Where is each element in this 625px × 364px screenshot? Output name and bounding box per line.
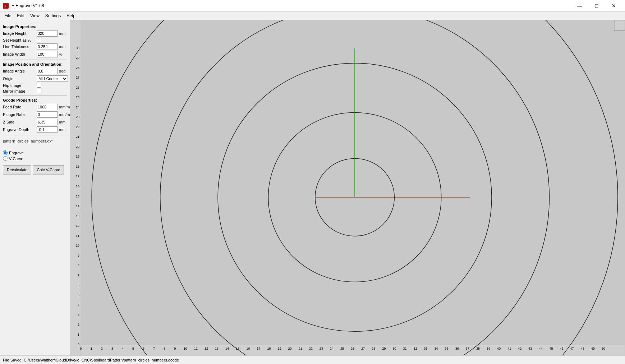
close-button[interactable]: ✕	[606, 0, 622, 11]
mirror-image-row: Mirror Image	[3, 89, 67, 93]
menu-file[interactable]: File	[1, 13, 14, 19]
image-width-row: Image Width %	[3, 51, 67, 57]
svg-text:24: 24	[76, 106, 79, 109]
status-bar: File Saved: C:/Users/Walther/iCloudDrive…	[0, 355, 625, 364]
svg-text:14: 14	[76, 204, 79, 208]
svg-text:0: 0	[78, 343, 79, 346]
svg-text:3: 3	[111, 347, 113, 350]
set-height-checkbox[interactable]	[37, 38, 41, 42]
feed-rate-row: Feed Rate mm/min	[3, 104, 67, 110]
image-height-input[interactable]	[37, 30, 58, 37]
svg-text:36: 36	[455, 347, 459, 350]
svg-text:37: 37	[466, 347, 469, 350]
svg-text:28: 28	[76, 66, 79, 70]
svg-text:13: 13	[76, 214, 79, 218]
image-width-label: Image Width	[3, 52, 35, 56]
svg-text:49: 49	[591, 347, 595, 350]
svg-rect-86	[614, 20, 625, 31]
line-thickness-unit: mm	[59, 45, 65, 49]
engrave-radio[interactable]	[3, 150, 8, 155]
engrave-depth-unit: mm	[59, 127, 65, 132]
image-angle-input[interactable]	[37, 68, 58, 74]
svg-text:1: 1	[78, 333, 79, 336]
mirror-image-checkbox[interactable]	[37, 89, 41, 93]
maximize-button[interactable]: □	[588, 0, 605, 11]
svg-text:46: 46	[560, 347, 564, 350]
svg-text:0: 0	[80, 347, 82, 350]
image-height-label: Image Height	[3, 31, 35, 36]
vcarve-radio-row: V-Carve	[3, 156, 67, 161]
image-width-input[interactable]	[37, 51, 58, 57]
svg-text:45: 45	[549, 347, 553, 350]
engrave-depth-input[interactable]	[37, 126, 58, 133]
svg-text:13: 13	[215, 347, 219, 350]
window-controls: — □ ✕	[571, 0, 622, 11]
plunge-rate-label: Plunge Rate	[3, 112, 35, 117]
svg-text:19: 19	[76, 155, 79, 159]
recalculate-button[interactable]: Recalculate	[3, 165, 31, 174]
z-safe-unit: mm	[59, 120, 65, 124]
menu-bar: File Edit View Settings Help	[0, 11, 625, 20]
svg-text:31: 31	[403, 347, 406, 350]
svg-text:8: 8	[164, 347, 165, 350]
gcode-properties-label: Gcode Properties:	[3, 98, 67, 102]
svg-text:11: 11	[76, 234, 79, 238]
vcarve-radio-label: V-Carve	[9, 157, 23, 161]
svg-text:2: 2	[101, 347, 103, 350]
svg-text:6: 6	[78, 283, 79, 287]
svg-text:22: 22	[76, 125, 79, 129]
svg-text:10: 10	[184, 347, 187, 350]
svg-text:40: 40	[497, 347, 501, 350]
flip-image-checkbox[interactable]	[37, 83, 41, 88]
canvas-svg: 0 1 2 3 4 5 6 7 8 9 10 11 12 13 14 15 16…	[70, 20, 625, 355]
svg-text:27: 27	[76, 76, 79, 79]
title-bar: F F-Engrave V1.68 — □ ✕	[0, 0, 625, 11]
svg-text:32: 32	[413, 347, 417, 350]
svg-text:5: 5	[132, 347, 134, 350]
svg-text:23: 23	[320, 347, 323, 350]
line-thickness-label: Line Thickness	[3, 45, 35, 49]
svg-text:7: 7	[153, 347, 155, 350]
set-height-label: Set Height as %	[3, 38, 35, 42]
image-height-unit: mm	[59, 31, 65, 36]
calc-vcarve-button[interactable]: Calc V-Carve	[33, 165, 64, 174]
z-safe-input[interactable]	[37, 119, 58, 125]
svg-text:15: 15	[76, 195, 79, 198]
line-thickness-row: Line Thickness mm	[3, 43, 67, 50]
file-label: pattern_circles_numbers.dxf	[3, 139, 67, 143]
svg-text:29: 29	[76, 56, 79, 60]
vcarve-radio[interactable]	[3, 156, 8, 161]
svg-text:14: 14	[225, 347, 229, 350]
menu-help[interactable]: Help	[64, 13, 78, 19]
svg-text:16: 16	[246, 347, 250, 350]
svg-text:18: 18	[267, 347, 271, 350]
svg-text:27: 27	[361, 347, 365, 350]
svg-text:23: 23	[76, 115, 79, 119]
menu-edit[interactable]: Edit	[14, 13, 27, 19]
origin-select[interactable]: Mid-Center Top-Left Top-Right Bottom-Lef…	[37, 75, 68, 82]
menu-view[interactable]: View	[27, 13, 42, 19]
svg-text:2: 2	[78, 323, 79, 326]
minimize-button[interactable]: —	[571, 0, 588, 11]
svg-text:26: 26	[76, 86, 79, 89]
menu-settings[interactable]: Settings	[42, 13, 64, 19]
feed-rate-input[interactable]	[37, 104, 58, 110]
engrave-depth-row: Engrave Depth mm	[3, 126, 67, 133]
line-thickness-input[interactable]	[37, 43, 58, 50]
plunge-rate-input[interactable]	[37, 111, 58, 118]
plunge-rate-unit: mm/min	[59, 112, 70, 117]
svg-text:3: 3	[78, 313, 79, 317]
svg-text:24: 24	[330, 347, 334, 350]
image-properties-label: Image Properties:	[3, 24, 67, 29]
image-position-label: Image Position and Orientation:	[3, 62, 67, 66]
svg-text:38: 38	[476, 347, 480, 350]
svg-text:21: 21	[299, 347, 302, 350]
status-text: File Saved: C:/Users/Walther/iCloudDrive…	[3, 358, 179, 362]
flip-image-row: Flip Image	[3, 83, 67, 88]
set-height-row: Set Height as %	[3, 38, 67, 42]
svg-text:22: 22	[309, 347, 313, 350]
canvas-area[interactable]: 0 1 2 3 4 5 6 7 8 9 10 11 12 13 14 15 16…	[70, 20, 625, 355]
origin-label: Origin	[3, 76, 35, 81]
svg-text:10: 10	[76, 244, 79, 247]
image-angle-unit: deg	[59, 69, 65, 73]
